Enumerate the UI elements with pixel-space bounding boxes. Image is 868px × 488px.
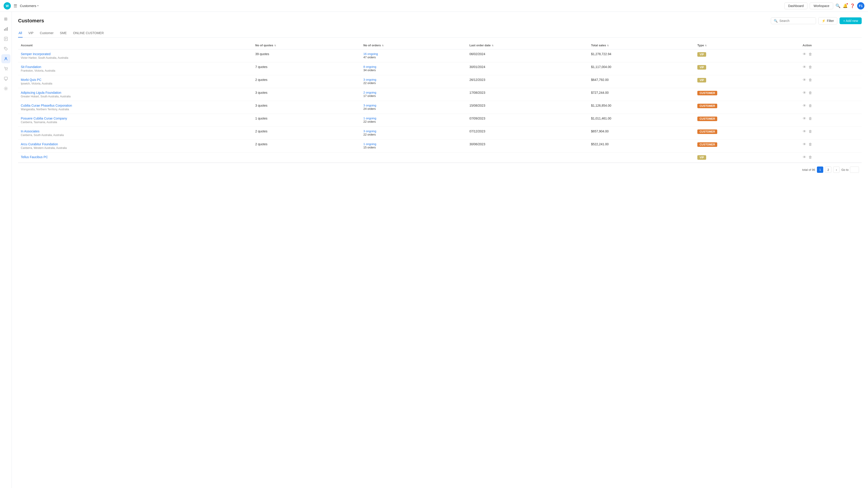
- sidebar-item-chart[interactable]: [1, 24, 10, 33]
- quotes-cell: 2 quotes: [252, 127, 361, 140]
- col-action: Action: [800, 41, 862, 50]
- avatar[interactable]: F1: [857, 2, 864, 9]
- orders-total: 15 orders: [363, 146, 464, 149]
- delete-icon[interactable]: 🗑: [809, 104, 812, 108]
- tab-vip[interactable]: VIP: [28, 29, 34, 37]
- sort-icon: ⇅: [607, 44, 609, 47]
- col-no-of-quotes[interactable]: No of quotes⇅: [252, 41, 361, 50]
- view-icon[interactable]: 👁: [803, 65, 806, 69]
- account-location: Canberra, South Australia, Australia: [21, 133, 250, 137]
- sidebar-item-cart[interactable]: [1, 64, 10, 73]
- view-icon[interactable]: 👁: [803, 142, 806, 147]
- search-input[interactable]: [779, 19, 813, 23]
- type-badge: VIP: [698, 78, 706, 83]
- col-no-of-orders[interactable]: No of orders⇅: [361, 41, 467, 50]
- account-cell: Morbi Quis PC Ipswich, Victoria, Austral…: [18, 75, 252, 88]
- action-cell: 👁 🗑: [800, 127, 862, 140]
- delete-icon[interactable]: 🗑: [809, 91, 812, 95]
- total-sales-cell: $1,011,461.00: [588, 114, 694, 127]
- delete-icon[interactable]: 🗑: [809, 65, 812, 69]
- account-name[interactable]: Posuere Cubilia Curae Company: [21, 117, 250, 120]
- help-icon[interactable]: ❓: [850, 3, 855, 8]
- hamburger-menu[interactable]: ☰: [13, 3, 17, 8]
- chevron-down-icon[interactable]: ▾: [37, 4, 39, 7]
- svg-rect-13: [4, 77, 7, 79]
- delete-icon[interactable]: 🗑: [809, 78, 812, 82]
- account-name[interactable]: In Associates: [21, 129, 250, 133]
- sidebar-item-settings[interactable]: [1, 84, 10, 93]
- goto-input[interactable]: [850, 166, 859, 173]
- view-icon[interactable]: 👁: [803, 91, 806, 95]
- last-order-date-cell: 30/01/2024: [467, 62, 588, 75]
- tab-customer[interactable]: Customer: [39, 29, 54, 37]
- col-last-order-date[interactable]: Last order date⇅: [467, 41, 588, 50]
- sidebar-item-people[interactable]: [1, 54, 10, 63]
- col-total-sales[interactable]: Total sales⇅: [588, 41, 694, 50]
- col-type[interactable]: Type⇅: [694, 41, 800, 50]
- sort-icon: ⇅: [705, 44, 707, 47]
- quotes-cell: 7 quotes: [252, 62, 361, 75]
- type-badge: VIP: [698, 155, 706, 160]
- orders-cell: 3 ongoing 22 orders: [361, 127, 467, 140]
- type-cell: VIP: [694, 153, 800, 163]
- breadcrumb: Customers ▾: [20, 4, 39, 8]
- search-icon[interactable]: 🔍: [835, 3, 840, 8]
- account-name[interactable]: Adipiscing Ligula Foundation: [21, 91, 250, 94]
- account-name[interactable]: Morbi Quis PC: [21, 78, 250, 82]
- delete-icon[interactable]: 🗑: [809, 155, 812, 159]
- account-name[interactable]: Semper Incorporated: [21, 52, 250, 56]
- orders-total: 22 orders: [363, 120, 464, 123]
- action-cell: 👁 🗑: [800, 140, 862, 153]
- account-name[interactable]: Arcu Curabitur Foundation: [21, 142, 250, 146]
- app-logo[interactable]: W: [4, 2, 11, 9]
- breadcrumb-label: Customers: [20, 4, 36, 8]
- notification-icon[interactable]: 🔔: [843, 3, 848, 8]
- total-sales-cell: $1,278,722.94: [588, 50, 694, 62]
- type-badge: CUSTOMER: [698, 142, 717, 147]
- total-sales-cell: $1,126,854.00: [588, 101, 694, 114]
- filter-label: Filter: [827, 19, 834, 23]
- total-sales-cell: $727,244.00: [588, 88, 694, 101]
- quotes-cell: 3 quotes: [252, 88, 361, 101]
- add-new-button[interactable]: + Add new: [839, 18, 862, 24]
- view-icon[interactable]: 👁: [803, 78, 806, 82]
- quotes-value: 3 quotes: [255, 104, 268, 107]
- delete-icon[interactable]: 🗑: [809, 129, 812, 133]
- tab-sme[interactable]: SME: [59, 29, 67, 37]
- view-icon[interactable]: 👁: [803, 52, 806, 56]
- account-location: Greater Hobart, South Australia, Austral…: [21, 95, 250, 98]
- top-navigation: W ☰ Customers ▾ Dashboard Workspace 🔍 🔔 …: [0, 0, 868, 12]
- view-icon[interactable]: 👁: [803, 155, 806, 159]
- account-name[interactable]: Tellus Faucibus PC: [21, 155, 250, 159]
- view-icon[interactable]: 👁: [803, 104, 806, 108]
- filter-button[interactable]: ⚡ Filter: [818, 17, 837, 24]
- sidebar-item-tag[interactable]: [1, 44, 10, 53]
- workspace-button[interactable]: Workspace: [810, 2, 833, 9]
- quotes-cell: 1 quotes: [252, 114, 361, 127]
- sidebar-item-award[interactable]: [1, 74, 10, 83]
- tab-online-customer[interactable]: ONLINE CUSTOMER: [72, 29, 104, 37]
- tab-all[interactable]: All: [18, 29, 23, 37]
- search-box[interactable]: 🔍: [771, 18, 816, 24]
- orders-ongoing: 3 ongoing: [363, 129, 464, 133]
- delete-icon[interactable]: 🗑: [809, 52, 812, 56]
- delete-icon[interactable]: 🗑: [809, 142, 812, 147]
- sidebar-item-doc[interactable]: [1, 34, 10, 43]
- sidebar-item-home[interactable]: ⊞: [1, 14, 10, 24]
- view-icon[interactable]: 👁: [803, 117, 806, 121]
- delete-icon[interactable]: 🗑: [809, 117, 812, 121]
- action-cell: 👁 🗑: [800, 50, 862, 62]
- page-title: Customers: [18, 18, 44, 24]
- page-btn-1[interactable]: 1: [817, 166, 823, 173]
- main-content: Customers 🔍 ⚡ Filter + Add new AllVIPCus…: [12, 12, 868, 488]
- account-name[interactable]: Sit Foundation: [21, 65, 250, 69]
- page-btn-2[interactable]: 2: [825, 166, 831, 173]
- quotes-value: 3 quotes: [255, 91, 268, 94]
- page-next-btn[interactable]: ›: [833, 166, 839, 173]
- account-name[interactable]: Cubilia Curae Phasellus Corporation: [21, 104, 250, 107]
- view-icon[interactable]: 👁: [803, 129, 806, 133]
- total-sales-cell: $522,241.00: [588, 140, 694, 153]
- account-location: Frankston, Victoria, Australia: [21, 69, 250, 72]
- dashboard-button[interactable]: Dashboard: [784, 2, 808, 9]
- type-cell: CUSTOMER: [694, 127, 800, 140]
